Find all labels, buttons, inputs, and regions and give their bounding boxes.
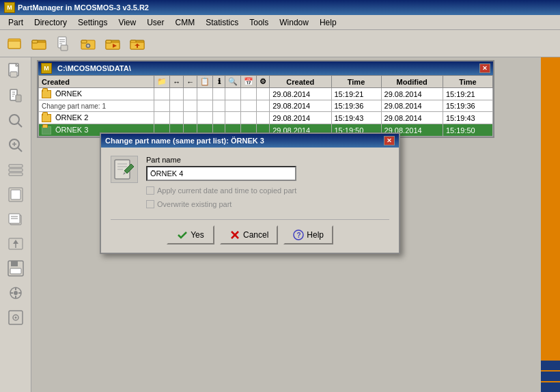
folder-icon — [42, 126, 51, 135]
col-modified: Modified — [381, 76, 443, 88]
toolbar-btn-1[interactable] — [3, 32, 26, 55]
menu-directory[interactable]: Directory — [29, 16, 72, 29]
cell-created: 29.08.2014 — [270, 112, 331, 124]
col-time2: Time — [443, 76, 492, 88]
svg-rect-37 — [9, 165, 23, 167]
zoom-icon — [6, 136, 25, 155]
table-row[interactable]: Change part name: 1 29.08.2014 15:19:36 … — [39, 100, 493, 112]
col-icon4: 📋 — [197, 76, 213, 88]
sidebar-btn-stack2[interactable] — [3, 208, 28, 231]
toolbar — [0, 30, 560, 57]
svg-rect-39 — [9, 173, 23, 176]
tool-icon — [6, 283, 25, 303]
help-button[interactable]: ? Help — [283, 225, 333, 244]
sidebar-btn-layers[interactable] — [3, 158, 28, 182]
checkbox-overwrite-label: Overwrite existing part — [157, 200, 232, 208]
file-table: Created 📁 ↔ ← 📋 ℹ 🔍 📅 ⚙ Created Time Mod… — [38, 75, 493, 137]
toolbar-btn-5[interactable] — [101, 32, 124, 55]
sidebar-btn-export[interactable] — [3, 232, 28, 255]
menu-cmm[interactable]: CMM — [170, 16, 201, 29]
file-window-close-btn[interactable]: ✕ — [479, 64, 490, 73]
menu-help[interactable]: Help — [314, 16, 342, 29]
dialog-buttons: Yes Cancel ? Help — [111, 219, 389, 244]
checkbox-overwrite[interactable] — [146, 200, 154, 208]
table-row[interactable]: ÖRNEK 29.08.2014 15:19:21 29.08.2014 15:… — [39, 88, 493, 100]
accent-panel — [541, 57, 560, 392]
part-name-input[interactable] — [146, 166, 296, 181]
cancel-label: Cancel — [243, 230, 268, 240]
svg-rect-11 — [81, 40, 87, 43]
work-area: M C:\MCOSMOS\DATA\ ✕ Created 📁 ↔ ← 📋 ℹ — [31, 57, 560, 392]
file-window-icon: M — [41, 63, 52, 74]
sidebar-btn-search[interactable] — [3, 109, 28, 132]
cell-modified: 29.08.2014 — [381, 100, 443, 112]
menu-window[interactable]: Window — [274, 16, 314, 29]
toolbar-btn-3[interactable] — [52, 32, 75, 55]
svg-rect-38 — [9, 169, 23, 171]
cell-time: 15:19:36 — [331, 100, 381, 112]
svg-rect-41 — [11, 190, 20, 199]
stripe-1 — [541, 361, 560, 370]
document-icon — [55, 36, 72, 52]
table-row[interactable]: ÖRNEK 2 29.08.2014 15:19:43 29.08.2014 1… — [39, 112, 493, 124]
svg-point-31 — [10, 115, 19, 124]
export-icon — [129, 36, 145, 52]
svg-point-60 — [14, 317, 16, 319]
cell-time: 15:19:21 — [331, 88, 381, 100]
sidebar-btn-stack[interactable] — [3, 183, 28, 206]
stripe-3 — [541, 382, 560, 392]
svg-rect-9 — [61, 45, 68, 51]
menu-user[interactable]: User — [141, 16, 169, 29]
folder-icon — [42, 114, 51, 122]
svg-rect-25 — [10, 72, 17, 77]
stripe-2 — [541, 372, 560, 381]
accent-stripes — [541, 361, 560, 392]
checkbox-apply-date-label: Apply current date and time to copied pa… — [157, 186, 296, 195]
cell-created: 29.08.2014 — [270, 88, 331, 100]
file-window-controls: ✕ — [479, 64, 490, 73]
toolbar-btn-2[interactable] — [27, 32, 51, 55]
dialog-pencil-icon — [112, 157, 137, 182]
toolbar-btn-4[interactable] — [76, 32, 100, 55]
dialog-icon-area — [111, 156, 138, 183]
svg-line-34 — [18, 148, 22, 152]
svg-point-13 — [87, 44, 89, 46]
toolbar-btn-6[interactable] — [126, 32, 149, 55]
sidebar-btn-file[interactable] — [3, 60, 28, 83]
search-icon — [6, 111, 25, 130]
yes-button[interactable]: Yes — [167, 225, 214, 244]
cell-part-name-editing: Change part name: 1 — [39, 100, 154, 112]
settings-folder-icon — [80, 36, 96, 52]
menu-view[interactable]: View — [113, 16, 141, 29]
cell-time2: 15:19:43 — [443, 112, 492, 124]
stack2-icon — [6, 210, 25, 229]
sidebar — [0, 57, 31, 392]
checkbox-row-1: Apply current date and time to copied pa… — [146, 186, 389, 195]
part-name-label: Part name — [146, 156, 389, 164]
sidebar-btn-settings[interactable] — [3, 306, 28, 329]
dialog-form: Part name Apply current date and time to… — [146, 156, 389, 208]
dialog-body: Part name Apply current date and time to… — [101, 148, 399, 253]
dialog-content: Part name Apply current date and time to… — [111, 156, 389, 208]
yes-label: Yes — [191, 230, 204, 240]
sidebar-btn-zoom[interactable] — [3, 134, 28, 157]
menu-settings[interactable]: Settings — [72, 16, 113, 29]
svg-rect-4 — [32, 40, 38, 43]
cancel-button[interactable]: Cancel — [220, 225, 278, 244]
svg-rect-16 — [106, 40, 111, 43]
menu-statistics[interactable]: Statistics — [200, 16, 244, 29]
cell-time2: 15:19:50 — [443, 124, 492, 137]
checkbox-apply-date[interactable] — [146, 186, 154, 195]
sidebar-btn-tool[interactable] — [3, 281, 28, 305]
dialog-close-btn[interactable]: ✕ — [384, 136, 395, 145]
col-part-name: Created — [39, 76, 154, 88]
cell-time2: 15:19:21 — [443, 88, 492, 100]
sidebar-btn-edit[interactable] — [3, 85, 28, 108]
sidebar-btn-save[interactable] — [3, 257, 28, 280]
menu-tools[interactable]: Tools — [244, 16, 274, 29]
save-icon — [6, 259, 25, 278]
main-content: M C:\MCOSMOS\DATA\ ✕ Created 📁 ↔ ← 📋 ℹ — [0, 57, 560, 392]
svg-rect-1 — [8, 41, 20, 48]
svg-text:?: ? — [297, 232, 301, 239]
menu-part[interactable]: Part — [3, 16, 29, 29]
